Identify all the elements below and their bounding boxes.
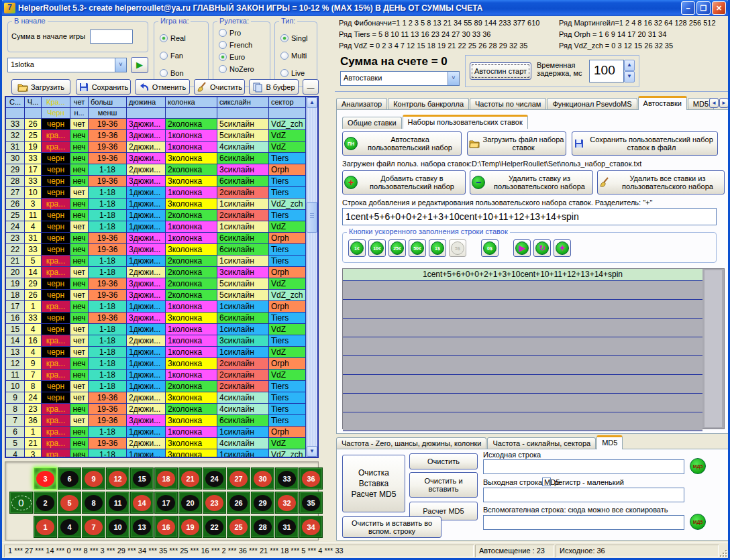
radio-pro[interactable]: Pro	[219, 29, 241, 37]
dozen-cell[interactable]: 1дюжи...	[127, 381, 166, 392]
sector-cell[interactable]: Tiers	[269, 244, 306, 256]
sixline-cell[interactable]: 3сиклайн	[217, 335, 269, 347]
parity-cell[interactable]: неч	[70, 256, 89, 267]
parity-cell[interactable]: неч	[70, 176, 89, 187]
sixline-cell[interactable]: 4сиклайн	[217, 404, 269, 415]
md5-run-icon[interactable]: МД5	[690, 458, 706, 474]
color-cell[interactable]: кра...	[42, 267, 70, 278]
board-cell-0[interactable]: 0	[9, 492, 33, 514]
sixline-cell[interactable]: 3сиклайн	[217, 164, 269, 176]
table-header[interactable]: колонка	[166, 97, 217, 108]
bet-set-empty-row[interactable]	[343, 375, 702, 394]
toolbar-button-4[interactable]: Очистить	[194, 79, 245, 95]
table-header[interactable]: дюжина	[127, 97, 166, 108]
spin-cell[interactable]: 14	[6, 335, 25, 347]
table-header[interactable]: менш	[89, 108, 127, 119]
dozen-cell[interactable]: 1дюжи...	[127, 301, 166, 313]
parity-cell[interactable]: чет	[70, 119, 89, 130]
quick-repeat-button[interactable]: ↻	[533, 239, 551, 257]
sixline-cell[interactable]: 4сиклайн	[217, 438, 269, 449]
number-cell[interactable]: 26	[25, 290, 42, 301]
spin-cell[interactable]: 23	[6, 233, 25, 244]
autospin-start-button[interactable]: Автоспин старт	[470, 62, 531, 80]
sector-cell[interactable]: Orph	[269, 427, 306, 438]
parity-cell[interactable]: чет	[70, 392, 89, 404]
sector-cell[interactable]: VdZ_zch	[269, 199, 306, 210]
table-header[interactable]: чет	[70, 97, 89, 108]
board-cell-31[interactable]: 31	[275, 516, 299, 538]
sixline-cell[interactable]: 1сиклайн	[217, 324, 269, 335]
range-cell[interactable]: 1-18	[89, 381, 127, 392]
sixline-cell[interactable]: 2сиклайн	[217, 381, 269, 392]
column-cell[interactable]: 2колонка	[166, 164, 217, 176]
range-cell[interactable]: 1-18	[89, 427, 127, 438]
board-cell-7[interactable]: 7	[82, 516, 105, 538]
number-cell[interactable]: 4	[25, 324, 42, 335]
column-cell[interactable]: 3колонка	[166, 313, 217, 324]
color-cell[interactable]: кра...	[42, 335, 70, 347]
spin-cell[interactable]: 7	[6, 415, 25, 427]
number-cell[interactable]: 31	[25, 233, 42, 244]
spin-cell[interactable]: 17	[6, 301, 25, 313]
parity-cell[interactable]: неч	[70, 130, 89, 142]
sector-cell[interactable]: VdZ	[269, 438, 306, 449]
spin-cell[interactable]: 29	[6, 164, 25, 176]
sixline-cell[interactable]: 5сиклайн	[217, 119, 269, 130]
sixline-cell[interactable]: 5сиклайн	[217, 130, 269, 142]
number-cell[interactable]: 3	[25, 199, 42, 210]
range-cell[interactable]: 1-18	[89, 164, 127, 176]
number-cell[interactable]: 9	[25, 358, 42, 370]
spin-cell[interactable]: 18	[6, 290, 25, 301]
delay-value[interactable]: 100	[589, 60, 624, 82]
board-cell-24[interactable]: 24	[203, 467, 226, 490]
range-cell[interactable]: 19-36	[89, 176, 127, 187]
column-cell[interactable]: 1колонка	[166, 335, 217, 347]
sector-cell[interactable]: Tiers	[269, 335, 306, 347]
board-cell-30[interactable]: 30	[251, 467, 274, 490]
board-cell-13[interactable]: 13	[130, 516, 154, 538]
sixline-cell[interactable]: 1сиклайн	[217, 347, 269, 358]
color-cell[interactable]: кра...	[42, 427, 70, 438]
range-cell[interactable]: 1-18	[89, 335, 127, 347]
md5-source-input[interactable]	[484, 460, 684, 473]
bet-set-empty-row[interactable]	[343, 319, 702, 337]
sixline-cell[interactable]: 6сиклайн	[217, 415, 269, 427]
bet-set-empty-row[interactable]	[343, 394, 702, 412]
dozen-cell[interactable]: 2дюжи...	[127, 335, 166, 347]
spin-cell[interactable]: 33	[6, 119, 25, 130]
parity-cell[interactable]: неч	[70, 164, 89, 176]
number-cell[interactable]: 5	[25, 256, 42, 267]
color-cell[interactable]: черн	[42, 313, 70, 324]
slot-combo[interactable]: 1slotka ˅	[7, 58, 127, 72]
sector-cell[interactable]: Orph	[269, 267, 306, 278]
toolbar-button-2[interactable]: Сохранить	[76, 79, 131, 95]
sixline-cell[interactable]: 1сиклайн	[217, 449, 269, 458]
bet-string-input[interactable]	[343, 209, 716, 225]
range-cell[interactable]: 19-36	[89, 233, 127, 244]
dozen-cell[interactable]: 1дюжи...	[127, 210, 166, 221]
bet-set-row[interactable]: 1cent+5+6+0+0+2+1+3+10cent+10+11+12+13+1…	[343, 269, 702, 281]
board-cell-11[interactable]: 11	[106, 492, 129, 514]
md5-aux-input[interactable]	[484, 516, 684, 529]
parity-cell[interactable]: неч	[70, 210, 89, 221]
dozen-cell[interactable]: 3дюжи...	[127, 313, 166, 324]
autobets-btn1-2[interactable]: Загрузить файл набора ставок	[467, 131, 566, 156]
bottom-tab-1[interactable]: Частота - Zero, шансы, дюжины, колонки	[336, 437, 486, 449]
parity-cell[interactable]: неч	[70, 278, 89, 290]
number-cell[interactable]: 4	[25, 221, 42, 233]
number-cell[interactable]: 16	[25, 335, 42, 347]
table-header[interactable]	[6, 108, 25, 119]
spin-cell[interactable]: 5	[6, 438, 25, 449]
board-cell-26[interactable]: 26	[227, 492, 250, 514]
bet-set-empty-row[interactable]	[343, 281, 702, 300]
delay-up-button[interactable]: ▲	[624, 60, 635, 71]
number-cell[interactable]: 25	[25, 130, 42, 142]
number-cell[interactable]: 3	[25, 449, 42, 458]
board-cell-19[interactable]: 19	[178, 516, 202, 538]
range-cell[interactable]: 1-18	[89, 370, 127, 381]
dozen-cell[interactable]: 3дюжи...	[127, 119, 166, 130]
color-cell[interactable]: черн	[42, 164, 70, 176]
dozen-cell[interactable]: 1дюжи...	[127, 199, 166, 210]
sector-cell[interactable]: Tiers	[269, 176, 306, 187]
column-cell[interactable]: 2колонка	[166, 210, 217, 221]
